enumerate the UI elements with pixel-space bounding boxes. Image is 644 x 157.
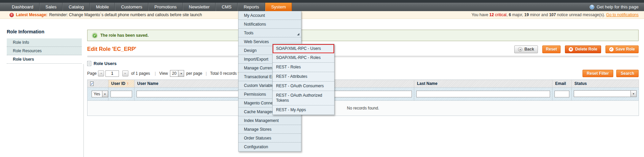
- latest-message-text: Reminder: Change Magento`s default phone…: [49, 12, 202, 17]
- sidebar-item-role-resources[interactable]: Role Resources: [7, 47, 82, 55]
- sidebar-title: Role Information: [7, 29, 82, 34]
- error-icon: !: [9, 13, 14, 17]
- grid-header-row: ✓ User ID↑ User Name First Name Last Nam…: [88, 80, 639, 88]
- view-label: View: [159, 71, 168, 76]
- submenu-item-rest-oauth-authorized-tokens[interactable]: REST - OAuth Authorized Tokens: [273, 91, 334, 105]
- success-check-icon: ✓: [92, 33, 97, 38]
- minor-count: 19: [524, 12, 529, 17]
- save-check-icon: ✓: [609, 47, 614, 52]
- message-bar: ! Latest Message: Reminder: Change Magen…: [0, 11, 644, 19]
- nav-item-sales[interactable]: Sales: [40, 3, 63, 11]
- notification-summary: You have 12 critical, 6 major, 19 minor …: [471, 12, 639, 17]
- grid-document-icon: [87, 61, 91, 66]
- last-name-filter-input[interactable]: [416, 91, 550, 97]
- nav-item-dashboard[interactable]: Dashboard: [6, 3, 40, 11]
- page-number-input[interactable]: [105, 70, 119, 77]
- grid-title-row: Role Users: [87, 61, 639, 66]
- sidebar-content-divider: [83, 64, 84, 157]
- menu-item-index-management[interactable]: Index Management: [239, 116, 301, 125]
- next-page-button[interactable]: ►: [122, 70, 128, 76]
- main-content: ✓ The role has been saved. Edit Role 'EC…: [87, 27, 639, 116]
- role-sidebar: Role Information Role Info Role Resource…: [7, 29, 82, 64]
- nav-item-mobile[interactable]: Mobile: [90, 3, 115, 11]
- page-header-row: Edit Role 'EC_ERP' ◄ Back Reset ✕ Delete…: [87, 45, 639, 53]
- get-help-link[interactable]: ? Get help for this page: [590, 3, 644, 11]
- reset-button[interactable]: Reset: [542, 45, 561, 53]
- menu-item-my-account[interactable]: My Account: [239, 11, 301, 20]
- top-strip: [0, 0, 644, 3]
- grid-filter-row: Yes ▼ ▼: [88, 88, 639, 101]
- get-help-label: Get help for this page: [597, 4, 639, 9]
- latest-message-label: Latest Message:: [16, 12, 47, 17]
- assigned-filter-select[interactable]: Yes ▼: [92, 91, 108, 97]
- sort-asc-icon: ↑: [127, 81, 129, 86]
- submenu-item-rest-oauth-consumers[interactable]: REST - OAuth Consumers: [273, 82, 334, 91]
- total-pages-label: of 1 pages: [131, 71, 150, 76]
- menu-item-notifications[interactable]: Notifications: [239, 20, 301, 29]
- select-arrow-icon: ▼: [178, 70, 184, 76]
- success-message: ✓ The role has been saved.: [87, 30, 639, 41]
- page-title: Edit Role 'EC_ERP': [87, 46, 136, 52]
- column-header-email[interactable]: Email: [552, 80, 572, 88]
- back-arrow-icon: ◄: [518, 47, 522, 52]
- column-header-last-name[interactable]: Last Name: [414, 80, 552, 88]
- nav-item-system[interactable]: System: [265, 3, 292, 11]
- submenu-item-rest-attributes[interactable]: REST - Attributes: [273, 72, 334, 82]
- menu-item-manage-stores[interactable]: Manage Stores: [239, 125, 301, 134]
- menu-item-tools[interactable]: Tools: [239, 29, 301, 37]
- submenu-item-soap-xml-rpc-roles[interactable]: SOAP/XML-RPC - Roles: [273, 53, 334, 63]
- grid-empty-row: No records found.: [88, 101, 639, 116]
- main-navbar: Dashboard Sales Catalog Mobile Customers…: [0, 3, 644, 11]
- select-arrow-icon: ▼: [630, 91, 636, 97]
- submenu-indicator-icon: [297, 33, 299, 35]
- select-arrow-icon: ▼: [102, 91, 108, 97]
- column-header-status[interactable]: Status: [572, 80, 639, 88]
- role-users-grid: ✓ User ID↑ User Name First Name Last Nam…: [87, 80, 639, 116]
- nav-item-catalog[interactable]: Catalog: [63, 3, 90, 11]
- grid-section-title: Role Users: [94, 61, 117, 66]
- go-to-notifications-link[interactable]: Go to notifications: [606, 12, 639, 17]
- save-role-button[interactable]: ✓ Save Role: [605, 45, 639, 53]
- nav-item-reports[interactable]: Reports: [238, 3, 265, 11]
- submenu-item-soap-xml-rpc-users[interactable]: SOAP/XML-RPC - Users: [273, 44, 334, 53]
- per-page-select[interactable]: 20 ▼: [170, 70, 184, 77]
- action-buttons: ◄ Back Reset ✕ Delete Role ✓ Save Role: [514, 45, 639, 53]
- per-page-label: per page: [186, 71, 202, 76]
- select-all-header: ✓: [88, 80, 108, 88]
- sidebar-item-role-info[interactable]: Role Info: [7, 38, 82, 47]
- success-message-text: The role has been saved.: [100, 33, 149, 38]
- submenu-item-rest-roles[interactable]: REST - Roles: [273, 63, 334, 72]
- nav-item-newsletter[interactable]: Newsletter: [183, 3, 216, 11]
- column-header-user-id[interactable]: User ID↑: [108, 80, 134, 88]
- critical-count: 12: [489, 12, 494, 17]
- header-divider: [87, 56, 639, 57]
- nav-item-promotions[interactable]: Promotions: [148, 3, 183, 11]
- menu-item-configuration[interactable]: Configuration: [239, 143, 301, 151]
- reset-filter-button[interactable]: Reset Filter: [583, 70, 613, 77]
- nav-item-customers[interactable]: Customers: [115, 3, 148, 11]
- delete-icon: ✕: [569, 47, 573, 52]
- previous-page-button[interactable]: ◄: [98, 70, 104, 76]
- back-button[interactable]: ◄ Back: [514, 45, 538, 53]
- page-label: Page: [87, 71, 97, 76]
- select-all-checkbox[interactable]: ✓: [90, 82, 94, 86]
- no-records-text: No records found.: [88, 101, 639, 116]
- delete-role-button[interactable]: ✕ Delete Role: [565, 45, 601, 53]
- pager-row: Page ◄ ► of 1 pages | View 20 ▼ per page…: [87, 69, 639, 77]
- help-icon: ?: [590, 5, 594, 9]
- search-button[interactable]: Search: [616, 70, 639, 77]
- grid-filter-buttons: Reset Filter Search: [583, 70, 639, 77]
- web-services-submenu: SOAP/XML-RPC - Users SOAP/XML-RPC - Role…: [272, 44, 335, 115]
- status-filter-select[interactable]: ▼: [574, 90, 637, 97]
- submenu-item-rest-my-apps[interactable]: REST - My Apps: [273, 105, 334, 115]
- notice-count: 107: [549, 12, 556, 17]
- nav-item-cms[interactable]: CMS: [216, 3, 238, 11]
- sidebar-item-role-users[interactable]: Role Users: [7, 55, 82, 64]
- menu-item-order-statuses[interactable]: Order Statuses: [239, 134, 301, 143]
- email-filter-input[interactable]: [554, 91, 569, 97]
- user-id-filter-input[interactable]: [110, 91, 132, 97]
